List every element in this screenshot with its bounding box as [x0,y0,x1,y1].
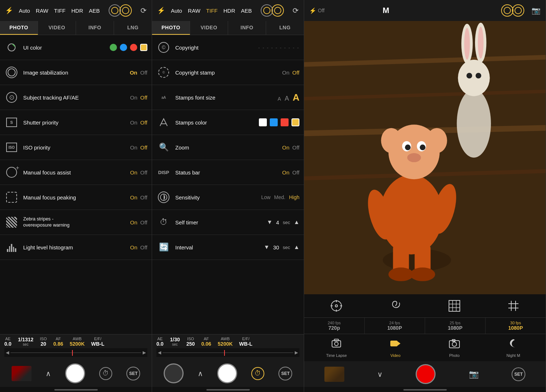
slider-arrow-left-1[interactable]: ◀ [4,350,10,355]
settings-row-statusbar[interactable]: DISP Status bar On Off [152,160,304,185]
shutter-button-3[interactable] [416,364,436,384]
settings-row-shutter[interactable]: S Shutter priority On Off [0,110,152,135]
fps-240[interactable]: 240 fps 720p [304,318,365,334]
thumbnail-1[interactable] [12,366,32,381]
camera-icon-3[interactable]: 📷 [469,370,479,379]
mode-timelapse[interactable]: Time Lapse [307,338,366,358]
mode-video[interactable]: Video [366,338,425,358]
shutter-button-2b[interactable] [217,363,237,383]
timer-button-2[interactable]: ⏱ [251,367,264,380]
raw-mode-1[interactable]: RAW [36,8,48,14]
zoom-off[interactable]: Off [292,144,299,151]
grid-icon[interactable] [444,299,464,313]
tab-video-1[interactable]: VIDEO [38,21,76,35]
crosshair-icon[interactable] [327,299,346,313]
tracking-on[interactable]: On [130,94,137,101]
raw-mode-2[interactable]: RAW [188,8,200,14]
settings-row-tracking[interactable]: Subject tracking AF/AE On Off [0,85,152,110]
shutter-off[interactable]: Off [140,119,147,126]
settings-row-zebra[interactable]: Zebra stripes -overexposure warning On O… [0,210,152,235]
selftimer-up[interactable]: ▲ [294,219,299,225]
font-size-small[interactable]: A [278,96,281,102]
stamps-color-swatches[interactable] [259,118,299,126]
histogram-off[interactable]: Off [140,244,147,250]
refresh-icon-1[interactable]: ⟳ [140,6,147,15]
zebra-on[interactable]: On [130,219,137,225]
tab-video-2[interactable]: VIDEO [190,21,228,35]
mf-assist-on[interactable]: On [130,169,137,176]
mf-peaking-on[interactable]: On [130,194,137,201]
iso-off[interactable]: Off [140,144,147,151]
copyright-stamp-off[interactable]: Off [292,69,299,76]
spiral-icon[interactable] [386,299,406,313]
tab-photo-1[interactable]: PHOTO [0,21,38,35]
tab-lng-1[interactable]: LNG [114,21,152,35]
sens-med[interactable]: Med. [274,194,285,200]
tiff-mode-2[interactable]: TIFF [206,8,218,14]
flash-off-indicator[interactable]: ⚡ Off [309,7,324,14]
settings-row-sensitivity[interactable]: Sensitivity Low Med. High [152,185,304,210]
font-size-large[interactable]: A [293,92,299,103]
set-button-1[interactable]: SET [126,367,140,380]
auto-mode-1[interactable]: Auto [19,8,30,14]
settings-row-mf-peaking[interactable]: Manual focus peaking On Off [0,185,152,210]
hdr-mode-2[interactable]: HDR [223,8,235,14]
zoom-on[interactable]: On [282,144,289,151]
stamps-font-options[interactable]: A A A [278,92,299,103]
settings-row-stabilization[interactable]: Image stabilization On Off [0,60,152,85]
settings-row-iso[interactable]: ISO ISO priority On Off [0,135,152,160]
fps-30[interactable]: 30 fps 1080P [486,318,546,334]
settings-row-font-size[interactable]: aA Stamps font size A A A [152,85,304,110]
refresh-icon-2[interactable]: ⟳ [293,6,299,15]
settings-row-copyright-stamp[interactable]: © Copyright stamp On Off [152,60,304,85]
shutter-button-2[interactable] [164,363,184,383]
hdr-mode-1[interactable]: HDR [71,8,83,14]
tab-photo-2[interactable]: PHOTO [152,21,190,35]
statusbar-off[interactable]: Off [292,169,299,176]
camera-switch-icon[interactable]: 📷 [532,6,541,15]
tracking-off[interactable]: Off [140,94,147,101]
hash-grid-icon[interactable] [503,299,523,313]
shutter-on[interactable]: On [130,119,137,126]
settings-row-selftimer[interactable]: ⏱ Self timer ▼ 4 sec ▲ [152,210,304,235]
settings-row-histogram[interactable]: Light level histogram On Off [0,235,152,260]
tab-info-1[interactable]: INFO [76,21,114,35]
aeb-mode-2[interactable]: AEB [241,8,252,14]
tab-info-2[interactable]: INFO [228,21,266,35]
sens-high[interactable]: High [289,194,299,200]
set-button-2[interactable]: SET [278,367,292,380]
settings-row-copyright[interactable]: © Copyright - - - - - - - - - - [152,35,304,60]
slider-arrow-right-1[interactable]: ▶ [141,350,147,355]
flash-icon-1[interactable]: ⚡ [5,7,13,14]
fps-25[interactable]: 25 fps 1080P [425,318,486,334]
settings-row-ui-color[interactable]: UI color [0,35,152,60]
stabilization-on[interactable]: On [130,69,137,76]
flash-icon-2[interactable]: ⚡ [157,7,165,14]
settings-row-stamps-color[interactable]: Stamps color [152,110,304,135]
fps-24[interactable]: 24 fps 1080P [365,318,425,334]
swatch-red[interactable] [281,118,289,126]
exposure-slider-2[interactable]: ◀ ▶ [156,348,299,357]
interval-stepper[interactable]: ▼ 30 sec ▲ [264,244,299,250]
swatch-yellow[interactable] [291,118,299,126]
timer-button-1[interactable]: ⏱ [99,367,112,380]
slider-arrow-left-2[interactable]: ◀ [156,350,163,355]
tiff-mode-1[interactable]: TIFF [54,8,66,14]
copyright-stamp-on[interactable]: On [282,69,289,76]
mf-assist-off[interactable]: Off [140,169,147,176]
zebra-off[interactable]: Off [140,219,147,225]
statusbar-on[interactable]: On [282,169,289,176]
color-yellow[interactable] [140,44,147,51]
selftimer-stepper[interactable]: ▼ 4 sec ▲ [267,219,299,225]
color-red[interactable] [130,44,137,51]
mode-photo[interactable]: Photo [425,338,484,358]
thumbnail-3[interactable] [324,367,344,382]
sens-low[interactable]: Low [261,194,270,200]
tab-lng-2[interactable]: LNG [266,21,304,35]
lens-selector-2[interactable] [261,4,284,17]
slider-arrow-right-2[interactable]: ▶ [293,350,299,355]
settings-row-mf-assist[interactable]: Manual focus assist On Off [0,160,152,185]
color-green[interactable] [110,44,117,51]
stabilization-off[interactable]: Off [140,69,147,76]
swatch-white[interactable] [259,118,267,126]
